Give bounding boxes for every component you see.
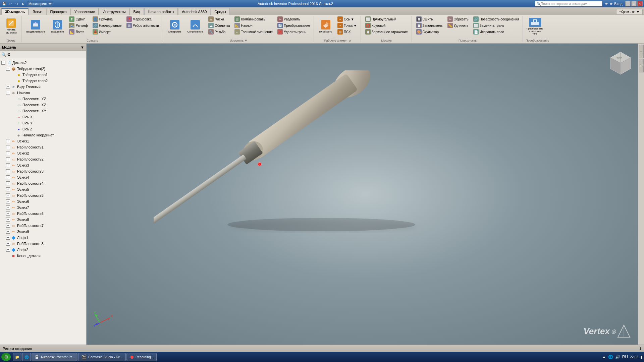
tab-upravlenie[interactable]: Управление (71, 8, 99, 15)
tree-item-wp5[interactable]: + ▭ РабПлоскость5 (1, 192, 86, 198)
btn-prujina[interactable]: 🌀 Пружина (91, 16, 123, 22)
close-btn[interactable]: ✕ (637, 1, 643, 6)
btn-zapol[interactable]: 📋 Заполнитель (415, 22, 444, 28)
expand-eskiz5[interactable]: + (6, 187, 10, 191)
viewport[interactable]: X Y Z (87, 44, 644, 345)
btn-obrezat[interactable]: ✂ Обрезать (446, 16, 470, 22)
help-star2-icon[interactable]: ★ (609, 2, 613, 6)
tree-item-wp1[interactable]: + ▭ РабПлоскость1 (1, 144, 86, 150)
tree-item-detal2[interactable]: − 📄 Деталь2 (1, 60, 86, 66)
tree-item-plane-xz[interactable]: ▭ Плоскость XZ (1, 102, 86, 108)
tree-item-wp3[interactable]: + ▭ РабПлоскость3 (1, 168, 86, 174)
login-btn[interactable]: Вход (614, 2, 623, 6)
workspace-selector[interactable]: Мониторинг (27, 1, 53, 6)
undo-quick-btn[interactable]: ↩ (8, 1, 13, 6)
tree-item-axis-x[interactable]: → Ось X (1, 114, 86, 120)
minimize-btn[interactable]: — (625, 1, 631, 6)
expand-eskiz7[interactable]: + (6, 205, 10, 209)
tree-item-eskiz5[interactable]: + ✏ Эскиз5 (1, 186, 86, 192)
btn-zerkalo[interactable]: 🪞 Зеркальное отражение (364, 29, 410, 35)
btn-tolsh[interactable]: ↔ Толщина/ смещение (233, 29, 274, 35)
clock[interactable]: 22:03 (630, 355, 638, 359)
btn-relef[interactable]: 🗻 Рельеф (67, 22, 89, 28)
btn-rezba[interactable]: 🔧 Резьба (207, 29, 232, 35)
expand-tverdye-tela[interactable]: − (6, 67, 10, 71)
expand-detal2[interactable]: − (1, 61, 5, 65)
tab-vid[interactable]: Вид (130, 8, 144, 15)
btn-pryamoug[interactable]: ⬜ Прямоугольный (364, 16, 410, 22)
btn-rebro[interactable]: ⊞ Ребро жёсткости (125, 22, 161, 28)
tray-icon-lang[interactable]: RU (622, 355, 628, 359)
btn-otv[interactable]: Отверстие (166, 16, 184, 37)
expand-eskiz9[interactable]: + (6, 230, 10, 234)
taskbar-files-btn[interactable]: 📁 (13, 353, 21, 361)
tree-item-wp8[interactable]: + ▭ РабПлоскость8 (1, 241, 86, 247)
expand-nachalo[interactable]: − (6, 91, 10, 95)
btn-ispravit[interactable]: 📄 Исправить тело (472, 29, 521, 35)
tree-item-wp7[interactable]: + ▭ РабПлоскость7 (1, 223, 86, 229)
tree-item-axis-y[interactable]: ↑ Ось Y (1, 120, 86, 126)
expand-wp8[interactable]: + (6, 242, 10, 246)
taskbar-inventor-btn[interactable]: 🖥 Autodesk Inventor Pr... (32, 353, 77, 361)
tree-item-telo1[interactable]: ■ Твёрдое тело1 (1, 72, 86, 78)
btn-udalit-gran[interactable]: ❌ Удалить грань (276, 29, 312, 35)
taskbar-recording-btn[interactable]: ⏺ Recording... (126, 353, 157, 361)
tree-item-wp2[interactable]: + ▭ РабПлоскость2 (1, 156, 86, 162)
taskbar-browser-btn[interactable]: 🌐 (22, 353, 31, 361)
help-star1-icon[interactable]: ★ (605, 2, 608, 6)
btn-kombinir[interactable]: ☰ Комбинировать (233, 16, 274, 22)
btn-sdvig[interactable]: ⬆ Сдвиг (67, 16, 89, 22)
tree-item-eskiz1[interactable]: + ✏ Эскиз1 (1, 138, 86, 144)
expand-eskiz6[interactable]: + (6, 199, 10, 203)
btn-preobr-list[interactable]: Преобразовать в листовое тело (526, 16, 544, 37)
tray-icon-volume[interactable]: 🔊 (615, 355, 620, 359)
expand-wp5[interactable]: + (6, 193, 10, 197)
btn-naklon[interactable]: 📐 Наклон (233, 22, 274, 28)
btn-razdelit[interactable]: ✂ Разделить (276, 16, 312, 22)
tab-sredy[interactable]: Среды (211, 8, 229, 15)
btn-preobr[interactable]: 🔄 Преобразование (276, 22, 312, 28)
tree-item-start-coord[interactable]: ◈ Начало координат (1, 132, 86, 138)
sidebar-settings-btn[interactable]: ⚙ (7, 52, 11, 57)
expand-eskiz4[interactable]: + (6, 175, 10, 179)
save-quick-btn[interactable]: 💾 (1, 1, 7, 6)
taskbar-camtasia-btn[interactable]: 🎬 Camtasia Studio - Бе... (78, 353, 126, 361)
btn-surf-soed[interactable]: 🔗 Поверхность соединения (472, 16, 521, 22)
tab-proverka[interactable]: Проверка (47, 8, 70, 15)
btn-vydavlivanie[interactable]: Выдавливание (24, 16, 47, 37)
redo-quick-btn[interactable]: ↪ (14, 1, 19, 6)
tree-item-nachalo[interactable]: − ⊕ Начало (1, 90, 86, 96)
tree-item-end[interactable]: ⏹ Конец детали (1, 253, 86, 259)
tree-item-eskiz8[interactable]: + ✏ Эскиз8 (1, 217, 86, 223)
file-tab[interactable]: *Хром - пс ▼ (616, 9, 643, 15)
sidebar-filter-btn[interactable]: 🔍 (1, 52, 6, 57)
btn-nachit-eskiz[interactable]: Начать3D-эскиз (3, 16, 19, 37)
btn-sshit[interactable]: 🔲 Сшить (415, 16, 444, 22)
btn-nasledovanie[interactable]: 🔗 Наследование (91, 22, 123, 28)
tab-eskiz[interactable]: Эскиз (29, 8, 46, 15)
expand-wp3[interactable]: + (6, 169, 10, 173)
btn-zamen-gran[interactable]: ⬜ Заменить грань (472, 22, 521, 28)
start-button[interactable]: ⊞ (1, 353, 11, 361)
maximize-btn[interactable]: □ (631, 1, 637, 6)
tab-3d-model[interactable]: 3D-модель (1, 8, 29, 15)
tree-item-vid[interactable]: + 👁 Вид: Главный (1, 84, 86, 90)
expand-wp6[interactable]: + (6, 212, 10, 216)
btn-faska[interactable]: △ Фаска (207, 16, 232, 22)
btn-sopr[interactable]: Сопряжение (185, 16, 205, 37)
expand-eskiz8[interactable]: + (6, 218, 10, 222)
tree-item-axis-z[interactable]: ● Ось Z (1, 126, 86, 132)
btn-psk[interactable]: ⊞ ПСК (336, 29, 359, 35)
tab-a360[interactable]: Autodesk A360 (178, 8, 210, 15)
tree-item-loft1[interactable]: + 🔷 Лофт1 (1, 235, 86, 241)
expand-vid[interactable]: + (6, 85, 10, 89)
expand-eskiz3[interactable]: + (6, 163, 10, 167)
tree-item-eskiz7[interactable]: + ✏ Эскиз7 (1, 204, 86, 210)
tree-item-eskiz6[interactable]: + ✏ Эскиз6 (1, 198, 86, 204)
tree-item-eskiz4[interactable]: + ✏ Эскиз4 (1, 174, 86, 180)
expand-loft2[interactable]: + (6, 248, 10, 252)
btn-markirovka[interactable]: 📍 Маркировка (125, 16, 161, 22)
tray-icon-arrow[interactable]: ▲ (602, 355, 606, 359)
btn-tochka[interactable]: • Точка ▼ (336, 22, 359, 28)
btn-vrasenie[interactable]: Вращение (49, 16, 66, 37)
